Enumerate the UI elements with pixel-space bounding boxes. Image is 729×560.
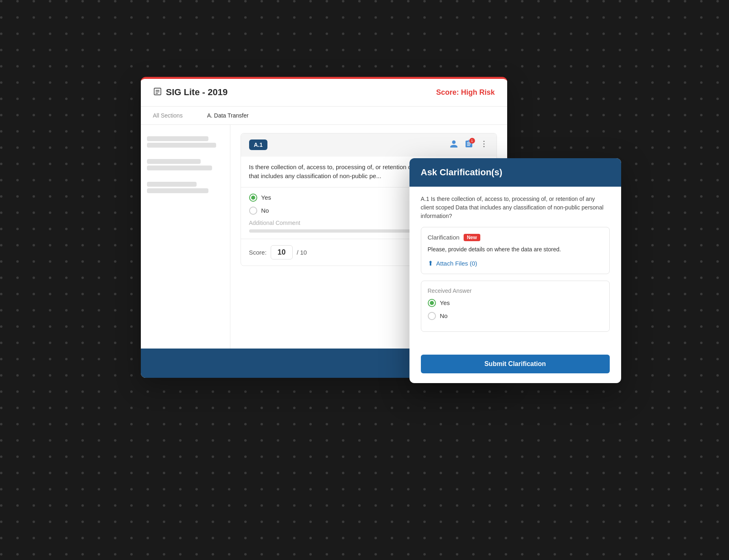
modal-header: Ask Clarification(s): [409, 158, 621, 187]
radio-received-no[interactable]: [428, 312, 436, 320]
nav-data-transfer[interactable]: A. Data Transfer: [195, 107, 261, 124]
received-answer-label: Received Answer: [428, 288, 603, 294]
clarification-modal: Ask Clarification(s) A.1 Is there collec…: [409, 158, 621, 383]
sidebar-group-3: [147, 179, 224, 196]
clarification-box: Clarification New Please, provide detail…: [421, 227, 610, 274]
sidebar-item-bar: [147, 188, 208, 193]
score-label: Score:: [249, 249, 267, 256]
clipboard-icon[interactable]: 1: [464, 139, 473, 150]
sig-navigation: All Sections A. Data Transfer: [141, 107, 507, 125]
question-header: A.1 1: [241, 133, 497, 157]
clarification-text: Please, provide details on where the dat…: [428, 245, 603, 254]
modal-body: A.1 Is there collection of, access to, p…: [409, 187, 621, 348]
notification-badge: 1: [469, 138, 475, 144]
clarification-label-text: Clarification: [428, 234, 460, 241]
received-no[interactable]: No: [428, 312, 603, 320]
sig-title-text: SIG Lite - 2019: [166, 87, 228, 98]
new-badge: New: [464, 234, 480, 241]
more-options-icon[interactable]: [479, 139, 488, 150]
question-actions: 1: [449, 139, 488, 150]
sidebar-group-2: [147, 156, 224, 174]
svg-point-6: [483, 141, 484, 142]
main-container: SIG Lite - 2019 Score: High Risk All Sec…: [141, 77, 589, 484]
sig-sidebar: [141, 125, 230, 349]
modal-question-text: A.1 Is there collection of, access to, p…: [421, 195, 610, 220]
score-max: / 10: [297, 249, 307, 256]
sidebar-item-bar: [147, 166, 212, 170]
svg-point-7: [483, 143, 484, 144]
sig-score: Score: High Risk: [436, 88, 495, 97]
received-yes-label: Yes: [440, 299, 450, 306]
sidebar-item-bar: [147, 143, 216, 148]
nav-all-sections[interactable]: All Sections: [141, 107, 195, 124]
sidebar-item-bar: [147, 136, 208, 141]
sig-header: SIG Lite - 2019 Score: High Risk: [141, 79, 507, 107]
sidebar-item-bar: [147, 159, 201, 164]
received-no-label: No: [440, 312, 448, 319]
radio-no[interactable]: [249, 207, 257, 215]
radio-yes[interactable]: [249, 194, 257, 202]
modal-footer: Submit Clarification: [409, 348, 621, 383]
answer-yes-label: Yes: [261, 194, 271, 201]
question-badge: A.1: [249, 139, 268, 150]
modal-title: Ask Clarification(s): [421, 167, 503, 177]
attach-label: Attach Files (0): [436, 260, 477, 267]
radio-received-yes[interactable]: [428, 299, 436, 307]
received-yes[interactable]: Yes: [428, 299, 603, 307]
received-answer-box: Received Answer Yes No: [421, 281, 610, 332]
submit-clarification-button[interactable]: Submit Clarification: [421, 355, 610, 373]
sidebar-item-bar: [147, 182, 197, 187]
person-icon[interactable]: [449, 139, 458, 150]
answer-no-label: No: [261, 207, 269, 214]
upload-icon: ⬆: [428, 259, 433, 267]
svg-point-8: [483, 146, 484, 147]
score-value: High Risk: [461, 88, 495, 96]
sig-title: SIG Lite - 2019: [153, 87, 228, 98]
clarification-label: Clarification New: [428, 234, 603, 241]
attach-files-link[interactable]: ⬆ Attach Files (0): [428, 259, 603, 267]
score-box: 10: [271, 245, 293, 259]
document-icon: [153, 87, 162, 98]
sidebar-group-1: [147, 133, 224, 151]
